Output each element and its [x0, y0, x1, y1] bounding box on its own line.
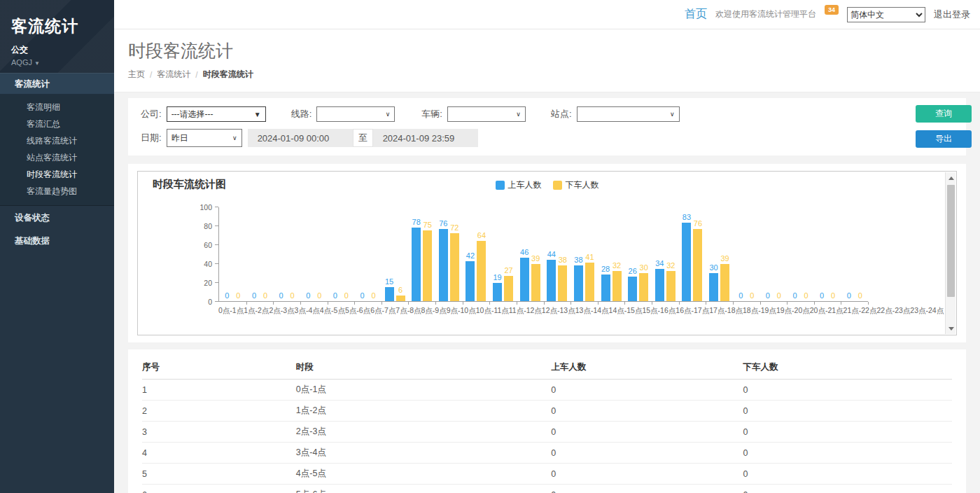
bar-value-label: 46	[520, 249, 528, 256]
bar-value-label: 0	[236, 292, 240, 300]
bar-column: 46	[520, 249, 529, 301]
bar	[720, 264, 729, 301]
line-label: 线路:	[291, 108, 312, 120]
company-select[interactable]: ---请选择--- ▼	[167, 106, 266, 122]
legend-item[interactable]: 上车人数	[496, 179, 542, 191]
org-code-dropdown[interactable]: AQGJ ▼	[11, 58, 114, 67]
table-cell: 2点-3点	[296, 422, 551, 443]
scrollbar-down-arrow[interactable]	[946, 323, 956, 334]
x-tick-label: 13点-14点	[575, 306, 609, 316]
bar	[504, 276, 513, 301]
bar	[547, 260, 556, 301]
bar-value-label: 0	[804, 292, 808, 300]
triangle-down-icon	[948, 327, 954, 331]
sidebar-section-2[interactable]: 基础数据	[0, 230, 114, 252]
line-select[interactable]: ∨	[316, 106, 395, 122]
x-tick-label: 1点-2点	[244, 306, 269, 316]
sidebar-item[interactable]: 客流明细	[0, 99, 114, 116]
export-button[interactable]: 导出	[916, 130, 972, 148]
station-select[interactable]: ∨	[577, 106, 680, 122]
notification-badge: 34	[825, 5, 839, 15]
sidebar-section-1[interactable]: 设备状态	[0, 207, 114, 229]
y-tick-label: 60	[204, 241, 212, 249]
sidebar-item[interactable]: 客流汇总	[0, 116, 114, 132]
bar-value-label: 34	[655, 260, 664, 268]
page-head: 时段客流统计 主页/客流统计/时段客流统计	[114, 29, 980, 92]
sidebar-item[interactable]: 线路客流统计	[0, 132, 114, 149]
x-tick-label: 21点-22点	[844, 306, 877, 316]
bar-column: 0	[369, 292, 378, 301]
chart-vertical-scrollbar[interactable]	[945, 172, 955, 334]
home-link[interactable]: 首页	[685, 7, 707, 22]
bar-value-label: 0	[820, 292, 824, 300]
bar	[493, 283, 502, 301]
bar-group: 00	[354, 207, 382, 301]
dropdown-arrow-icon: ∨	[232, 134, 237, 141]
sidebar-item[interactable]: 客流量趋势图	[0, 183, 114, 200]
bar-value-label: 0	[360, 292, 364, 300]
table-cell: 5点-6点	[296, 485, 551, 493]
sidebar-item[interactable]: 站点客流统计	[0, 149, 114, 166]
date-label: 日期:	[141, 132, 162, 144]
bar-column: 38	[558, 256, 567, 301]
sidebar-section-0[interactable]: 客流统计	[0, 73, 114, 95]
bar-value-label: 0	[317, 292, 321, 300]
bar-column: 0	[829, 292, 838, 301]
x-tick-label: 16点-17点	[676, 306, 709, 316]
breadcrumb: 主页/客流统计/时段客流统计	[128, 69, 966, 81]
language-select[interactable]: 简体中文	[847, 7, 925, 22]
bar	[465, 261, 475, 301]
legend-item[interactable]: 下车人数	[553, 179, 599, 191]
bar	[585, 263, 594, 301]
breadcrumb-link[interactable]: 客流统计	[157, 69, 190, 81]
bar-value-label: 0	[777, 292, 781, 300]
bar-column: 41	[585, 254, 594, 301]
bar-column: 64	[477, 232, 486, 301]
bar	[655, 269, 664, 301]
bar	[423, 230, 432, 301]
bar-group: 00	[787, 207, 814, 301]
vehicle-select[interactable]: ∨	[447, 106, 526, 122]
bar-column: 30	[709, 264, 718, 302]
scrollbar-up-arrow[interactable]	[946, 172, 956, 183]
bar-group: 00	[273, 207, 300, 301]
bar-group: 00	[841, 207, 868, 301]
bar-column: 19	[493, 274, 502, 301]
logout-link[interactable]: 退出登录	[934, 8, 970, 21]
filter-row-1: 公司: ---请选择--- ▼ 线路: ∨ 车辆: ∨ 站点:	[141, 106, 953, 123]
welcome-text: 欢迎使用客流统计管理平台	[715, 8, 816, 20]
table-cell: 0	[743, 443, 952, 464]
bar-value-label: 30	[640, 264, 648, 272]
breadcrumb-link[interactable]: 主页	[128, 69, 145, 81]
bar-value-label: 39	[531, 255, 540, 263]
bar-value-label: 15	[385, 278, 393, 286]
sidebar-item[interactable]: 时段客流统计	[0, 166, 114, 183]
bar-column: 27	[504, 267, 513, 301]
bar-value-label: 32	[612, 262, 621, 270]
y-tick-label: 80	[204, 222, 212, 230]
query-button[interactable]: 查询	[916, 105, 972, 123]
legend-swatch-icon	[496, 181, 505, 190]
scrollbar-thumb[interactable]	[947, 185, 955, 297]
bar-column: 0	[736, 292, 746, 301]
dropdown-arrow-icon: ∨	[670, 111, 675, 118]
bar	[520, 258, 529, 301]
triangle-up-icon	[948, 176, 954, 180]
bar-value-label: 32	[666, 262, 675, 270]
date-from-input[interactable]: 2024-01-09 00:00	[248, 129, 353, 147]
dropdown-arrow-icon: ∨	[386, 111, 391, 118]
bar-group: 2832	[598, 207, 625, 301]
date-to-input[interactable]: 2024-01-09 23:59	[373, 129, 478, 147]
bar	[693, 229, 702, 301]
chart-x-axis-labels: 0点-1点1点-2点2点-3点3点-4点4点-5点5点-6点6点-7点7点-8点…	[218, 306, 868, 316]
table-cell: 4点-5点	[296, 464, 551, 485]
legend-label: 下车人数	[566, 179, 599, 191]
bar-value-label: 83	[682, 214, 691, 221]
date-range-separator: 至	[353, 129, 373, 147]
table-row: 10点-1点00	[142, 380, 952, 401]
date-preset-select[interactable]: 昨日 ∨	[167, 129, 242, 147]
bar-column: 75	[423, 221, 432, 301]
bar-value-label: 44	[547, 251, 556, 258]
bar-column: 30	[639, 264, 648, 302]
page-title: 时段客流统计	[128, 39, 966, 62]
